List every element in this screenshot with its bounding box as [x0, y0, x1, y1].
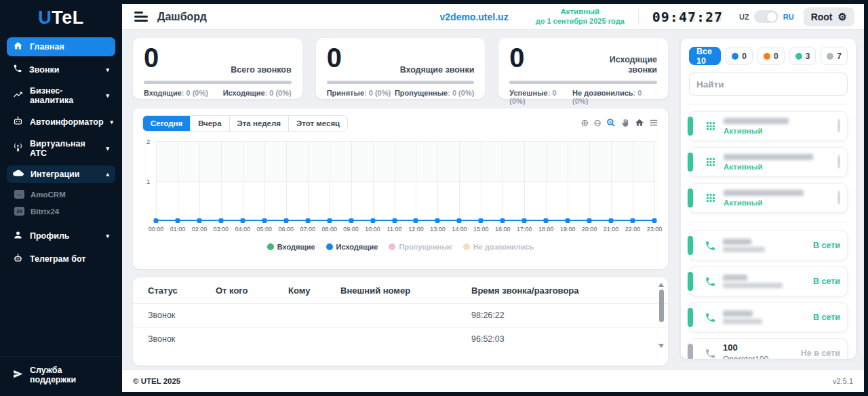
redacted-name	[724, 154, 813, 160]
gridline-x	[481, 141, 481, 220]
tab-this-week[interactable]: Эта неделя	[230, 116, 289, 131]
amocrm-icon: —	[14, 190, 24, 199]
stat-label: Входящие звонки	[400, 65, 475, 76]
scroll-up-icon[interactable]	[658, 283, 664, 287]
sidebar-item-label: Бизнес-аналитика	[30, 86, 99, 105]
sidebar-subitem-bitrix24[interactable]: 24 Bitrix24	[7, 204, 115, 218]
lang-uz-label[interactable]: UZ	[739, 13, 749, 21]
x-tick-label: 15:00	[473, 226, 489, 233]
sidebar-item-telegram-bot[interactable]: Телеграм бот	[7, 250, 115, 269]
col-from: От кого	[216, 285, 288, 296]
data-point	[414, 218, 418, 223]
chevron-down-icon: ▾	[106, 233, 109, 239]
sidebar-item-autoinformer[interactable]: Автоинформатор ▾	[7, 113, 115, 132]
dialpad-icon	[705, 156, 717, 168]
stat-progress-bar	[509, 81, 657, 84]
list-item-dialpad[interactable]: Активный	[689, 147, 848, 177]
list-item-operator[interactable]: В сети	[689, 302, 848, 332]
sidebar-item-profile[interactable]: Профиль ▾	[7, 226, 115, 245]
stat-sub-label: Пропущенные	[395, 89, 448, 97]
chevron-up-icon: ▴	[106, 171, 109, 178]
status-online: В сети	[813, 277, 840, 286]
legend-label: Пропущенные	[399, 243, 452, 251]
data-point	[457, 218, 462, 223]
table-row[interactable]: Звонок 98:26:22	[133, 303, 668, 327]
stat-card-outgoing-calls: 0 Исходящие звонки Успешные: 0 (0%) Не д…	[498, 38, 668, 99]
support-button[interactable]: Служба поддержки	[7, 362, 115, 388]
data-point	[218, 218, 223, 223]
operators-panel: Все 10 0 0 3 7	[680, 38, 856, 359]
radio-button[interactable]	[837, 191, 840, 205]
gridline-x	[286, 141, 287, 220]
status-online: В сети	[813, 313, 840, 322]
data-point	[327, 218, 332, 223]
search-input[interactable]	[689, 73, 848, 96]
utel-logo: UTeL	[0, 0, 122, 35]
stat-sub-label: Не дозвонились	[572, 89, 633, 97]
list-item-dialpad[interactable]: Активный	[689, 111, 848, 141]
gridline-x	[416, 141, 416, 220]
filter-orange[interactable]: 0	[757, 47, 785, 65]
filter-count: 0	[742, 52, 747, 61]
legend-missed[interactable]: Пропущенные	[389, 243, 452, 251]
radio-button[interactable]	[837, 119, 840, 133]
sidebar-item-virtual-pbx[interactable]: Виртуальная АТС ▾	[7, 136, 115, 161]
tab-this-month[interactable]: Этот месяц	[289, 116, 347, 131]
scroll-down-icon[interactable]	[658, 344, 664, 348]
table-row[interactable]: Звонок 96:52:03	[133, 327, 668, 345]
zoom-in-icon[interactable]: ⊕	[581, 118, 589, 127]
home-reset-icon[interactable]	[635, 118, 644, 127]
sidebar-item-label: Телеграм бот	[30, 254, 85, 264]
active-tab-marker	[688, 189, 693, 207]
tab-yesterday[interactable]: Вчера	[191, 116, 229, 131]
list-item-dialpad[interactable]: Активный	[689, 183, 848, 213]
language-toggle[interactable]	[754, 10, 778, 23]
filter-gray[interactable]: 7	[821, 47, 848, 65]
legend-incoming[interactable]: Входящие	[267, 243, 315, 251]
list-item-operator[interactable]: В сети	[689, 266, 848, 296]
table-viewport[interactable]: Статус От кого Кому Внешний номер Время …	[133, 277, 668, 345]
table-scrollbar[interactable]	[658, 283, 665, 348]
legend-outgoing[interactable]: Исходящие	[326, 243, 378, 251]
menu-toggle-icon[interactable]	[134, 9, 148, 24]
list-item-operator[interactable]: В сети	[689, 231, 848, 260]
legend-unanswered[interactable]: Не дозвонились	[463, 243, 534, 251]
sidebar-item-analytics[interactable]: Бизнес-аналитика ▾	[7, 83, 115, 108]
sidebar-item-integrations[interactable]: Интеграции ▴	[7, 165, 115, 183]
filter-all[interactable]: Все 10	[689, 47, 721, 65]
stat-label: Всего звонков	[231, 65, 291, 76]
gridline-x	[330, 141, 330, 220]
filter-green[interactable]: 3	[789, 47, 816, 65]
list-item-operator-offline[interactable]: 100 Operator100 Не в сети	[689, 338, 848, 359]
top-header: Дашборд v2demo.utel.uz Активный до 1 сен…	[122, 4, 864, 30]
x-tick-label: 09:00	[343, 226, 359, 233]
sidebar-item-home[interactable]: Главная	[7, 37, 115, 56]
lang-ru-label[interactable]: RU	[783, 13, 794, 21]
redacted-name	[724, 118, 789, 124]
stat-sub-value: : 0 (0%)	[364, 89, 391, 97]
chart-plot[interactable]: 2 1	[156, 141, 654, 221]
zoom-out-icon[interactable]: ⊖	[593, 118, 601, 127]
gridline-x	[178, 141, 178, 220]
redacted-subtitle	[723, 283, 783, 288]
sidebar-item-calls[interactable]: Звонки ▾	[7, 60, 115, 79]
pan-icon[interactable]	[620, 118, 630, 127]
chart-menu-icon[interactable]	[649, 118, 658, 127]
filter-blue[interactable]: 0	[726, 47, 753, 65]
x-tick-label: 10:00	[365, 226, 380, 233]
col-call-time: Время звонка/разговора	[471, 285, 668, 296]
stat-card-incoming-calls: 0 Входящие звонки Принятые: 0 (0%) Пропу…	[316, 38, 486, 99]
tab-today[interactable]: Сегодня	[143, 116, 191, 131]
stat-value: 0	[327, 45, 342, 71]
user-menu-button[interactable]: Root ⚙	[804, 7, 854, 26]
scrollbar-thumb[interactable]	[659, 290, 664, 322]
chart-plot-wrap: 2 1 00:0001:0002:0003:0004:0005:0006:000…	[156, 141, 654, 235]
domain-link[interactable]: v2demo.utel.uz	[440, 12, 509, 22]
radio-button[interactable]	[837, 155, 840, 169]
x-tick-label: 21:00	[604, 226, 619, 233]
data-point	[262, 218, 267, 223]
bitrix24-icon: 24	[14, 207, 24, 216]
zoom-select-icon[interactable]	[606, 118, 616, 127]
page-title: Дашборд	[157, 11, 207, 23]
sidebar-subitem-amocrm[interactable]: — AmoCRM	[7, 187, 115, 201]
